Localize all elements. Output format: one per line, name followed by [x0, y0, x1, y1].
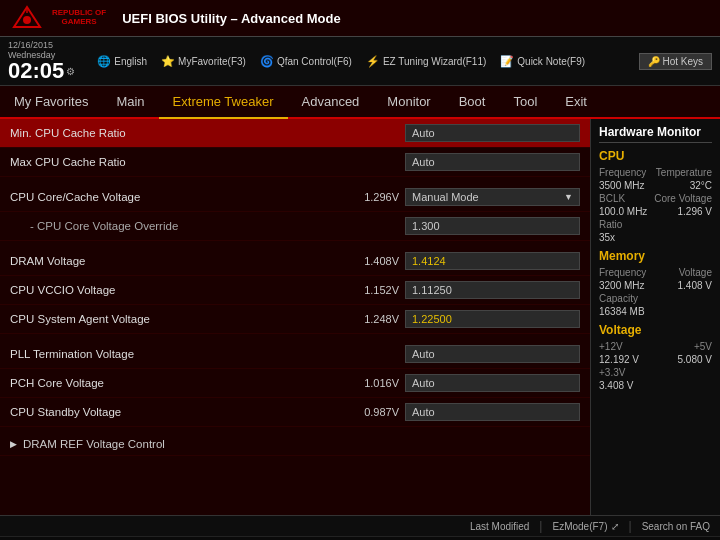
label-cpu-vccio-voltage: CPU VCCIO Voltage [10, 284, 349, 296]
logo-text: REPUBLIC OF GAMERS [52, 9, 106, 27]
settings-scroll[interactable]: Min. CPU Cache Ratio Auto Max CPU Cache … [0, 119, 590, 515]
favorite-icon: ⭐ [161, 55, 175, 68]
row-cpu-core-voltage-override: - CPU Core Voltage Override 1.300 [0, 212, 590, 241]
time-bar: 12/16/2015Wednesday 02:05 ⚙ 🌐 English ⭐ … [0, 37, 720, 86]
row-cpu-core-cache-voltage: CPU Core/Cache Voltage 1.296V Manual Mod… [0, 183, 590, 212]
eztuning-label: EZ Tuning Wizard(F11) [383, 56, 486, 67]
label-cpu-standby-voltage: CPU Standby Voltage [10, 406, 349, 418]
toolbar-qfan[interactable]: 🌀 Qfan Control(F6) [260, 55, 352, 68]
label-cpu-system-agent-voltage: CPU System Agent Voltage [10, 313, 349, 325]
label-dram-ref: DRAM REF Voltage Control [23, 438, 580, 450]
nav-bar: My Favorites Main Extreme Tweaker Advanc… [0, 86, 720, 119]
row-dram-ref-voltage-control[interactable]: ▶ DRAM REF Voltage Control [0, 433, 590, 456]
select-cpu-core-cache[interactable]: Manual Mode ▼ [405, 188, 580, 206]
value-pch-core-voltage[interactable]: Auto [405, 374, 580, 392]
value-left-pch: 1.016V [349, 377, 399, 389]
label-max-cpu-cache-ratio: Max CPU Cache Ratio [10, 156, 405, 168]
nav-main[interactable]: Main [102, 86, 158, 117]
hw-mem-capacity-label: Capacity [599, 293, 712, 304]
hw-monitor-title: Hardware Monitor [599, 125, 712, 143]
label-cpu-core-voltage-override: - CPU Core Voltage Override [10, 220, 405, 232]
favorite-label: MyFavorite(F3) [178, 56, 246, 67]
hotkeys-button[interactable]: 🔑 Hot Keys [639, 53, 712, 70]
hw-cpu-ratio-value: 35x [599, 232, 712, 243]
row-cpu-vccio-voltage: CPU VCCIO Voltage 1.152V 1.11250 [0, 276, 590, 305]
language-icon: 🌐 [97, 55, 111, 68]
hw-cpu-freq-temp-labels: Frequency Temperature [599, 167, 712, 178]
row-max-cpu-cache-ratio: Max CPU Cache Ratio Auto [0, 148, 590, 177]
value-cpu-standby-voltage[interactable]: Auto [405, 403, 580, 421]
ezmode-icon: ⤢ [611, 521, 619, 532]
eztuning-icon: ⚡ [366, 55, 380, 68]
main-area: Min. CPU Cache Ratio Auto Max CPU Cache … [0, 119, 720, 515]
bios-title: UEFI BIOS Utility – Advanced Mode [122, 11, 340, 26]
value-left-vccio: 1.152V [349, 284, 399, 296]
value-left-system-agent: 1.248V [349, 313, 399, 325]
value-pll-termination[interactable]: Auto [405, 345, 580, 363]
value-left-dram: 1.408V [349, 255, 399, 267]
logo-area: REPUBLIC OF GAMERS [8, 4, 106, 32]
row-cpu-standby-voltage: CPU Standby Voltage 0.987V Auto [0, 398, 590, 427]
row-min-cpu-cache-ratio: Min. CPU Cache Ratio Auto [0, 119, 590, 148]
toolbar-myfavorite[interactable]: ⭐ MyFavorite(F3) [161, 55, 246, 68]
nav-boot[interactable]: Boot [445, 86, 500, 117]
hw-cpu-bclk-volt-values: 100.0 MHz 1.296 V [599, 206, 712, 217]
value-cpu-system-agent[interactable]: 1.22500 [405, 310, 580, 328]
row-cpu-system-agent-voltage: CPU System Agent Voltage 1.248V 1.22500 [0, 305, 590, 334]
value-cpu-vccio-voltage[interactable]: 1.11250 [405, 281, 580, 299]
value-max-cpu-cache-ratio[interactable]: Auto [405, 153, 580, 171]
nav-extreme-tweaker[interactable]: Extreme Tweaker [159, 86, 288, 119]
nav-my-favorites[interactable]: My Favorites [0, 86, 102, 117]
hw-memory-section: Memory [599, 249, 712, 263]
label-pch-core-voltage: PCH Core Voltage [10, 377, 349, 389]
label-cpu-core-cache-voltage: CPU Core/Cache Voltage [10, 191, 349, 203]
hw-cpu-ratio-label: Ratio [599, 219, 712, 230]
content-panel: Min. CPU Cache Ratio Auto Max CPU Cache … [0, 119, 590, 515]
row-dram-voltage: DRAM Voltage 1.408V 1.4124 [0, 247, 590, 276]
status-bar: Last Modified | EzMode(F7) ⤢ | Search on… [0, 515, 720, 536]
hardware-monitor-panel: Hardware Monitor CPU Frequency Temperatu… [590, 119, 720, 515]
hw-mem-capacity-value: 16384 MB [599, 306, 712, 317]
expand-icon: ▶ [10, 439, 17, 449]
value-dram-voltage[interactable]: 1.4124 [405, 252, 580, 270]
value-min-cpu-cache-ratio[interactable]: Auto [405, 124, 580, 142]
last-modified-button[interactable]: Last Modified [470, 521, 529, 532]
toolbar-quicknote[interactable]: 📝 Quick Note(F9) [500, 55, 585, 68]
value-left-standby: 0.987V [349, 406, 399, 418]
hw-mem-freq-volt-labels: Frequency Voltage [599, 267, 712, 278]
toolbar-eztuning[interactable]: ⚡ EZ Tuning Wizard(F11) [366, 55, 486, 68]
hw-cpu-section: CPU [599, 149, 712, 163]
hw-voltage-section: Voltage [599, 323, 712, 337]
top-bar: REPUBLIC OF GAMERS UEFI BIOS Utility – A… [0, 0, 720, 37]
qfan-icon: 🌀 [260, 55, 274, 68]
label-min-cpu-cache-ratio: Min. CPU Cache Ratio [10, 127, 405, 139]
ezmode-button[interactable]: EzMode(F7) ⤢ [552, 521, 618, 532]
hw-mem-freq-volt-values: 3200 MHz 1.408 V [599, 280, 712, 291]
value-left-cpu-core-cache: 1.296V [349, 191, 399, 203]
quicknote-label: Quick Note(F9) [517, 56, 585, 67]
footer: Version 2.17.1246. Copyright (C) 2015 Am… [0, 536, 720, 540]
hw-cpu-bclk-volt-labels: BCLK Core Voltage [599, 193, 712, 204]
nav-advanced[interactable]: Advanced [288, 86, 374, 117]
label-pll-termination: PLL Termination Voltage [10, 348, 405, 360]
language-label: English [114, 56, 147, 67]
hw-v33-value: 3.408 V [599, 380, 712, 391]
hw-cpu-freq-temp-values: 3500 MHz 32°C [599, 180, 712, 191]
hw-v12-v5-labels: +12V +5V [599, 341, 712, 352]
label-dram-voltage: DRAM Voltage [10, 255, 349, 267]
row-pll-termination-voltage: PLL Termination Voltage Auto [0, 340, 590, 369]
svg-point-1 [23, 16, 31, 24]
nav-exit[interactable]: Exit [551, 86, 601, 117]
rog-logo [8, 4, 46, 32]
hw-v12-v5-values: 12.192 V 5.080 V [599, 354, 712, 365]
search-faq-button[interactable]: Search on FAQ [642, 521, 710, 532]
row-pch-core-voltage: PCH Core Voltage 1.016V Auto [0, 369, 590, 398]
nav-monitor[interactable]: Monitor [373, 86, 444, 117]
toolbar-english[interactable]: 🌐 English [97, 55, 147, 68]
settings-icon[interactable]: ⚙ [66, 66, 75, 77]
time-display: 02:05 [8, 60, 64, 82]
quicknote-icon: 📝 [500, 55, 514, 68]
nav-tool[interactable]: Tool [499, 86, 551, 117]
date-text: 12/16/2015Wednesday [8, 40, 75, 60]
value-cpu-core-voltage-override[interactable]: 1.300 [405, 217, 580, 235]
